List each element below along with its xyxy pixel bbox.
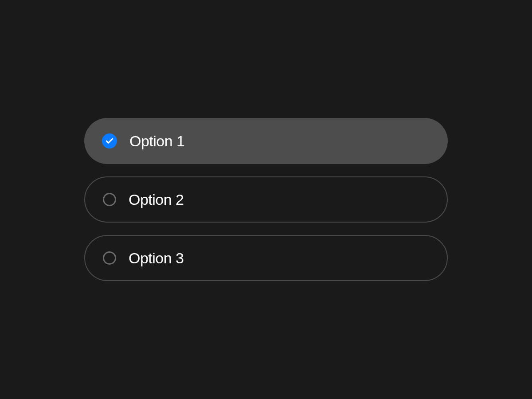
option-list: Option 1 Option 2 Option 3: [84, 118, 448, 281]
option-label: Option 2: [129, 191, 184, 208]
option-label: Option 3: [129, 250, 184, 267]
option-label: Option 1: [129, 133, 185, 150]
option-item-3[interactable]: Option 3: [84, 235, 448, 281]
checkmark-icon: [102, 133, 117, 149]
radio-unchecked-icon: [103, 193, 116, 206]
option-item-2[interactable]: Option 2: [84, 176, 448, 223]
radio-unchecked-icon: [103, 251, 116, 265]
option-item-1[interactable]: Option 1: [84, 118, 448, 164]
